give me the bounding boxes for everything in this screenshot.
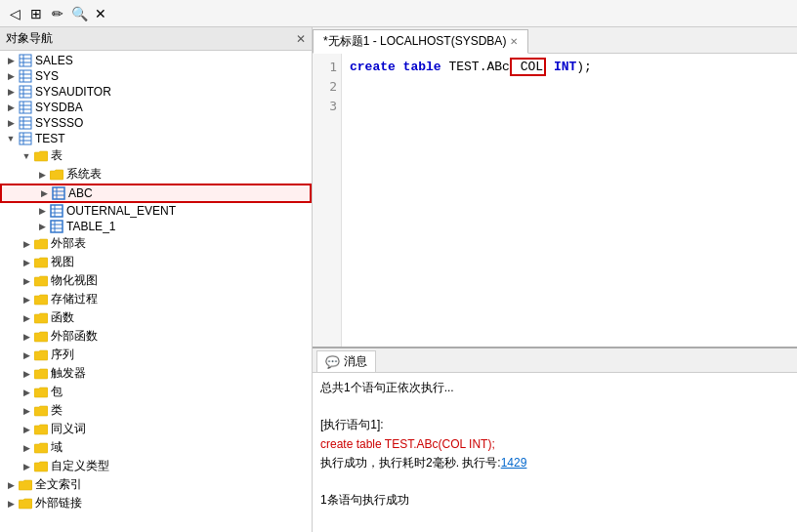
svg-rect-0 <box>20 55 31 66</box>
tree-toggle[interactable]: ▶ <box>4 101 18 114</box>
tree-toggle[interactable]: ▶ <box>4 69 18 83</box>
tree-item-test-table-table1[interactable]: ▶TABLE_1 <box>0 219 312 234</box>
tree-node-label: SYS <box>35 69 59 83</box>
toolbar-icon-3[interactable]: ✏ <box>49 5 66 22</box>
message-line: 总共1个语句正依次执行... <box>320 379 789 397</box>
tree-node-label: SYSAUDITOR <box>35 85 111 99</box>
messages-content: 总共1个语句正依次执行... [执行语句1]:create table TEST… <box>313 373 797 532</box>
right-panel: *无标题1 - LOCALHOST(SYSDBA) ✕ 123 create t… <box>313 27 797 532</box>
tree-toggle[interactable]: ▶ <box>20 367 33 381</box>
editor-tab[interactable]: *无标题1 - LOCALHOST(SYSDBA) ✕ <box>313 29 528 54</box>
editor-content[interactable]: create table TEST.ABc COL INT); <box>342 54 797 347</box>
editor-area[interactable]: 123 create table TEST.ABc COL INT); <box>313 54 797 347</box>
left-panel: 对象导航 ✕ ▶SALES▶SYS▶SYSAUDITOR▶SYSDBA▶SYSS… <box>0 27 313 532</box>
tree-node-label: 表 <box>51 147 63 164</box>
line-number: 2 <box>313 77 341 97</box>
svg-rect-28 <box>51 205 63 217</box>
tree-node-label: 存储过程 <box>51 291 98 307</box>
messages-tab[interactable]: 💬 消息 <box>316 350 376 372</box>
tree-item-test-function[interactable]: ▶函数 <box>0 308 312 327</box>
toolbar-icon-2[interactable]: ⊞ <box>27 5 45 22</box>
tree-toggle[interactable]: ▶ <box>35 220 49 233</box>
tree-item-sysauditor[interactable]: ▶SYSAUDITOR <box>0 84 312 100</box>
editor-tab-bar: *无标题1 - LOCALHOST(SYSDBA) ✕ <box>313 27 797 54</box>
tree-toggle[interactable]: ▶ <box>4 497 18 511</box>
tree-toggle[interactable]: ▶ <box>20 386 33 399</box>
tree-item-test-trigger[interactable]: ▶触发器 <box>0 364 312 383</box>
tree-node-icon <box>33 404 49 418</box>
tree-area: ▶SALES▶SYS▶SYSAUDITOR▶SYSDBA▶SYSSSO▼TEST… <box>0 51 312 532</box>
message-line: 1条语句执行成功 <box>320 491 789 510</box>
messages-tab-label: 消息 <box>344 353 367 370</box>
tree-item-test-table-sys[interactable]: ▶系统表 <box>0 165 312 184</box>
panel-close-icon[interactable]: ✕ <box>296 32 306 46</box>
tree-node-icon <box>33 237 49 251</box>
tree-node-label: SYSSSO <box>35 116 83 130</box>
tree-item-test-table-outernal[interactable]: ▶OUTERNAL_EVENT <box>0 203 312 219</box>
tree-toggle[interactable]: ▶ <box>20 237 33 251</box>
tree-item-test-domain[interactable]: ▶域 <box>0 438 312 457</box>
tree-item-test-matview[interactable]: ▶物化视图 <box>0 271 312 290</box>
tree-node-label: TABLE_1 <box>66 220 115 233</box>
tree-item-test-table-abc[interactable]: ▶ABC <box>0 184 312 203</box>
editor-tab-close[interactable]: ✕ <box>510 36 518 47</box>
tree-item-test-package[interactable]: ▶包 <box>0 383 312 401</box>
tree-toggle[interactable]: ▶ <box>37 186 51 200</box>
tree-node-label: 外部链接 <box>35 495 82 512</box>
tree-node-label: 触发器 <box>51 365 86 382</box>
tree-toggle[interactable]: ▼ <box>20 149 33 163</box>
svg-rect-4 <box>20 70 31 82</box>
tree-item-test-table[interactable]: ▼表 <box>0 146 312 165</box>
tree-item-sys[interactable]: ▶SYS <box>0 68 312 84</box>
tree-toggle[interactable]: ▶ <box>20 348 33 362</box>
toolbar-icon-5[interactable]: ✕ <box>92 5 109 22</box>
tree-toggle[interactable]: ▶ <box>20 330 33 344</box>
tree-toggle[interactable]: ▶ <box>4 54 18 67</box>
tree-toggle[interactable]: ▼ <box>4 132 18 145</box>
tree-toggle[interactable]: ▶ <box>4 116 18 130</box>
tree-item-test-synonym[interactable]: ▶同义词 <box>0 420 312 438</box>
tree-item-test-customtype[interactable]: ▶自定义类型 <box>0 457 312 475</box>
toolbar-icon-4[interactable]: 🔍 <box>70 5 88 22</box>
tree-item-test-procedure[interactable]: ▶存储过程 <box>0 290 312 308</box>
tree-toggle[interactable]: ▶ <box>20 274 33 288</box>
tree-item-external-link[interactable]: ▶外部链接 <box>0 494 312 512</box>
tree-node-icon <box>51 186 66 200</box>
svg-rect-20 <box>20 133 31 144</box>
tree-toggle[interactable]: ▶ <box>35 168 49 182</box>
tree-toggle[interactable]: ▶ <box>20 256 33 269</box>
tree-item-test[interactable]: ▼TEST <box>0 131 312 146</box>
tree-toggle[interactable]: ▶ <box>35 204 49 218</box>
tree-item-sales[interactable]: ▶SALES <box>0 53 312 68</box>
tree-toggle[interactable]: ▶ <box>20 460 33 473</box>
tree-node-icon <box>33 274 49 288</box>
tree-node-label: SALES <box>35 54 73 67</box>
code-line-3 <box>350 97 789 116</box>
tree-toggle[interactable]: ▶ <box>20 441 33 455</box>
execution-link[interactable]: 1429 <box>501 456 527 470</box>
tree-node-icon <box>18 132 33 145</box>
tree-item-sysdba[interactable]: ▶SYSDBA <box>0 100 312 115</box>
tree-toggle[interactable]: ▶ <box>20 293 33 307</box>
tree-node-label: 同义词 <box>51 421 86 437</box>
tree-item-fulltext[interactable]: ▶全文索引 <box>0 475 312 494</box>
line-number: 1 <box>313 58 341 77</box>
tree-item-test-extfunc[interactable]: ▶外部函数 <box>0 327 312 346</box>
toolbar-icon-1[interactable]: ◁ <box>6 5 23 22</box>
tree-item-test-class[interactable]: ▶类 <box>0 401 312 420</box>
tree-toggle[interactable]: ▶ <box>20 311 33 325</box>
tree-toggle[interactable]: ▶ <box>20 404 33 418</box>
tree-item-syssso[interactable]: ▶SYSSSO <box>0 115 312 131</box>
tree-node-icon <box>18 85 33 99</box>
tree-node-label: SYSDBA <box>35 101 83 114</box>
tree-toggle[interactable]: ▶ <box>20 423 33 436</box>
tree-toggle[interactable]: ▶ <box>4 85 18 99</box>
tree-item-test-external[interactable]: ▶外部表 <box>0 234 312 253</box>
tree-toggle[interactable]: ▶ <box>4 478 18 492</box>
message-line: 执行成功，执行耗时2毫秒. 执行号:1429 <box>320 454 789 472</box>
tree-item-test-sequence[interactable]: ▶序列 <box>0 346 312 364</box>
panel-title-bar: 对象导航 ✕ <box>0 27 312 51</box>
tree-node-icon <box>18 478 33 492</box>
tree-node-label: ABC <box>68 186 93 200</box>
tree-item-test-view[interactable]: ▶视图 <box>0 253 312 271</box>
